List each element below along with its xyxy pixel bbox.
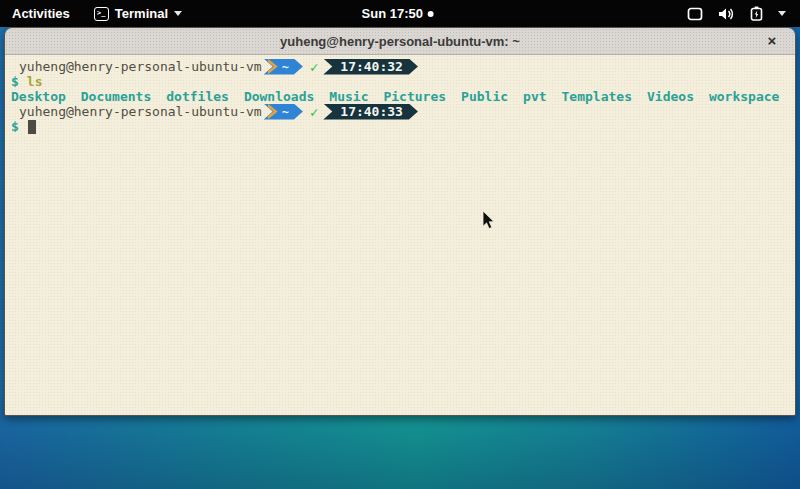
terminal-icon: >_ xyxy=(94,7,109,21)
directory-entry: Desktop xyxy=(11,89,66,104)
directory-entry: Downloads xyxy=(244,89,314,104)
directory-entry: dotfiles xyxy=(166,89,229,104)
directory-entry: workspace xyxy=(709,89,779,104)
directory-entry: Templates xyxy=(562,89,632,104)
battery-charging-icon xyxy=(750,6,763,21)
check-icon: ✓ xyxy=(310,59,318,75)
app-menu-terminal[interactable]: >_ Terminal xyxy=(86,0,190,27)
app-menu-label: Terminal xyxy=(115,6,168,21)
prompt-line: yuheng@henry-personal-ubuntu-vm ~ ✓ 17:4… xyxy=(11,59,791,74)
prompt-user-host: yuheng@henry-personal-ubuntu-vm xyxy=(11,104,262,119)
terminal-content[interactable]: yuheng@henry-personal-ubuntu-vm ~ ✓ 17:4… xyxy=(5,55,795,415)
window-title: yuheng@henry-personal-ubuntu-vm: ~ xyxy=(280,34,520,49)
prompt-time-segment: 17:40:32 xyxy=(323,59,418,75)
desktop: { "topbar": { "activities_label": "Activ… xyxy=(0,0,800,489)
prompt-user-host: yuheng@henry-personal-ubuntu-vm xyxy=(11,59,262,74)
window-titlebar[interactable]: yuheng@henry-personal-ubuntu-vm: ~ × xyxy=(5,28,795,55)
directory-entry: Pictures xyxy=(383,89,446,104)
screen-icon xyxy=(687,7,703,21)
chevron-down-icon xyxy=(778,11,786,16)
directory-entry: Public xyxy=(461,89,508,104)
ls-output-line: Desktop Documents dotfiles Downloads Mus… xyxy=(11,89,791,104)
prompt-symbol: $ xyxy=(11,119,19,134)
clock-label: Sun 17:50 xyxy=(362,6,423,21)
input-line: $ xyxy=(11,119,791,134)
prompt-line: yuheng@henry-personal-ubuntu-vm ~ ✓ 17:4… xyxy=(11,104,791,119)
volume-icon xyxy=(718,7,735,21)
directory-entry: Videos xyxy=(647,89,694,104)
directory-entry: Documents xyxy=(81,89,151,104)
command-line: $ ls xyxy=(11,74,791,89)
mouse-cursor-icon xyxy=(481,210,495,231)
terminal-window: yuheng@henry-personal-ubuntu-vm: ~ × yuh… xyxy=(4,27,796,416)
top-bar: Activities >_ Terminal Sun 17:50 xyxy=(0,0,800,27)
activities-button[interactable]: Activities xyxy=(0,0,82,27)
directory-entry: Music xyxy=(329,89,368,104)
check-icon: ✓ xyxy=(310,104,318,120)
chevron-down-icon xyxy=(174,11,182,16)
terminal-cursor xyxy=(28,120,36,134)
prompt-symbol: $ xyxy=(11,74,19,89)
close-button[interactable]: × xyxy=(763,32,781,50)
system-tray[interactable] xyxy=(673,0,800,27)
prompt-time-segment: 17:40:33 xyxy=(323,104,418,120)
clock-menu[interactable]: Sun 17:50 xyxy=(362,0,434,27)
directory-entry: pvt xyxy=(523,89,546,104)
command-text: ls xyxy=(27,74,43,89)
notification-dot xyxy=(428,11,434,17)
